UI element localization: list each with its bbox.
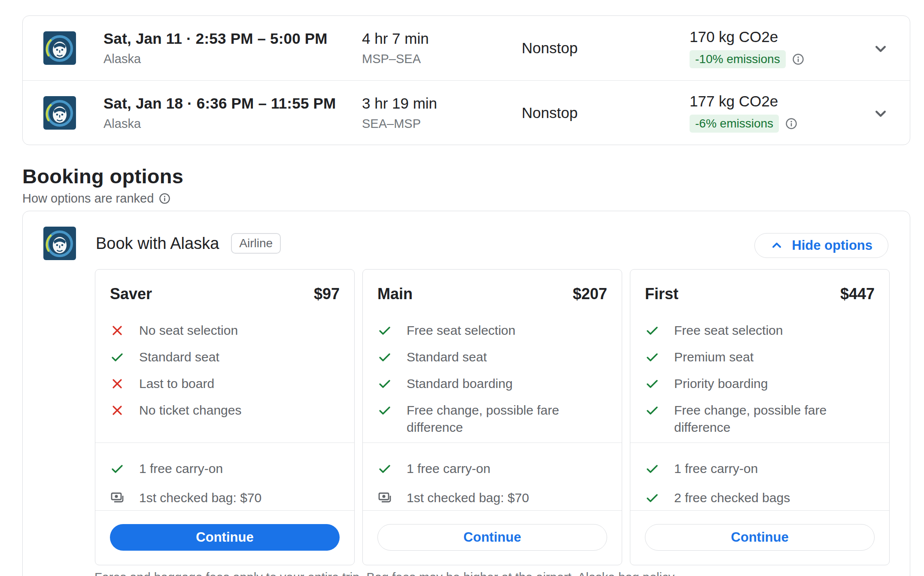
flight-datetime-block: Sat, Jan 11 · 2:53 PM – 5:00 PM Alaska — [103, 16, 328, 80]
check-icon — [645, 376, 660, 391]
divider — [363, 510, 622, 511]
x-icon — [110, 323, 125, 338]
fare-feature: Standard boarding — [377, 375, 610, 392]
flight-airline: Alaska — [103, 52, 328, 66]
baggage-item: 2 free checked bags — [645, 489, 877, 506]
fare-feature: No seat selection — [110, 322, 342, 339]
emissions-badge: -6% emissions — [690, 115, 779, 133]
fare-price: $97 — [314, 285, 340, 303]
alaska-airlines-logo — [43, 96, 76, 130]
fare-feature: Premium seat — [645, 349, 877, 366]
baggage-disclaimer: Fares and baggage fees apply to your ent… — [94, 570, 675, 576]
fare-price: $207 — [573, 285, 607, 303]
flight-emissions-block: 177 kg CO2e -6% emissions — [690, 81, 797, 145]
baggage-label: 1 free carry-on — [139, 460, 223, 477]
check-icon — [377, 350, 392, 364]
fare-options: Saver $97 No seat selection Standard sea… — [95, 269, 890, 565]
hide-options-label: Hide options — [792, 238, 872, 253]
fare-feature: Free seat selection — [645, 322, 877, 339]
flight-duration-block: 4 hr 7 min MSP–SEA — [362, 16, 429, 80]
chevron-down-icon[interactable] — [871, 39, 890, 58]
fare-feature-label: Last to board — [139, 375, 214, 392]
check-icon — [110, 461, 125, 476]
how-options-ranked-link[interactable]: How options are ranked — [22, 191, 170, 206]
baggage-item: 1st checked bag: $70 — [110, 489, 342, 506]
chevron-down-icon[interactable] — [871, 104, 890, 123]
check-icon — [377, 461, 392, 476]
divider — [630, 443, 889, 443]
fare-card-main: Main $207 Free seat selection Standard s… — [362, 269, 622, 565]
fare-feature-label: No ticket changes — [139, 402, 241, 419]
money-icon — [377, 491, 392, 505]
flight-route: MSP–SEA — [362, 52, 429, 66]
fare-feature-label: Priority boarding — [674, 375, 768, 392]
fare-feature: No ticket changes — [110, 402, 342, 419]
emissions-badge: -10% emissions — [690, 50, 786, 68]
divider — [363, 443, 622, 443]
alaska-airlines-logo — [43, 31, 76, 65]
check-icon — [645, 350, 660, 364]
x-icon — [110, 403, 125, 418]
fare-feature-label: Free seat selection — [407, 322, 515, 339]
baggage-label: 1st checked bag: $70 — [407, 489, 529, 506]
divider — [630, 510, 889, 511]
flight-row[interactable]: Sat, Jan 18 · 6:36 PM – 11:55 PM Alaska … — [23, 80, 910, 145]
fare-feature-label: Standard seat — [407, 349, 487, 366]
fare-feature: Priority boarding — [645, 375, 877, 392]
flight-row[interactable]: Sat, Jan 11 · 2:53 PM – 5:00 PM Alaska 4… — [23, 16, 910, 80]
check-icon — [645, 403, 660, 418]
flight-date-time: Sat, Jan 18 · 6:36 PM – 11:55 PM — [103, 95, 336, 112]
how-options-ranked-label: How options are ranked — [22, 191, 154, 206]
flight-emissions: 177 kg CO2e — [690, 93, 797, 110]
divider — [95, 443, 354, 443]
continue-button[interactable]: Continue — [377, 524, 607, 551]
flight-airline: Alaska — [103, 117, 336, 131]
fare-name: First — [645, 285, 678, 303]
check-icon — [645, 491, 660, 505]
fare-feature-label: Standard seat — [139, 349, 219, 366]
flight-duration: 3 hr 19 min — [362, 95, 437, 112]
fare-feature-label: Standard boarding — [407, 375, 513, 392]
flight-datetime-block: Sat, Jan 18 · 6:36 PM – 11:55 PM Alaska — [103, 81, 336, 145]
fare-feature: Free change, possible fare difference — [645, 402, 877, 436]
check-icon — [377, 376, 392, 391]
check-icon — [377, 323, 392, 338]
flight-stops: Nonstop — [522, 104, 578, 121]
flight-stops: Nonstop — [522, 39, 578, 57]
fare-feature: Standard seat — [110, 349, 342, 366]
info-icon[interactable] — [792, 53, 804, 65]
chevron-up-icon — [770, 239, 783, 252]
flight-stops-block: Nonstop — [522, 16, 578, 80]
flight-route: SEA–MSP — [362, 117, 437, 131]
airline-badge: Airline — [231, 233, 281, 254]
fare-feature: Standard seat — [377, 349, 610, 366]
alaska-airlines-logo — [43, 227, 76, 260]
fare-feature-label: Free seat selection — [674, 322, 783, 339]
fare-card-saver: Saver $97 No seat selection Standard sea… — [95, 269, 355, 565]
fare-feature-label: No seat selection — [139, 322, 238, 339]
flight-emissions-block: 170 kg CO2e -10% emissions — [690, 16, 804, 80]
fare-feature: Free seat selection — [377, 322, 610, 339]
continue-button[interactable]: Continue — [645, 524, 875, 551]
flight-emissions: 170 kg CO2e — [690, 28, 804, 45]
baggage-label: 2 free checked bags — [674, 489, 790, 506]
baggage-item: 1 free carry-on — [377, 460, 610, 477]
check-icon — [645, 461, 660, 476]
baggage-label: 1st checked bag: $70 — [139, 489, 261, 506]
fare-name: Main — [377, 285, 413, 303]
fare-feature-label: Free change, possible fare difference — [407, 402, 610, 436]
continue-button[interactable]: Continue — [110, 524, 340, 551]
fare-card-first: First $447 Free seat selection Premium s… — [630, 269, 890, 565]
flight-duration-block: 3 hr 19 min SEA–MSP — [362, 81, 437, 145]
flight-stops-block: Nonstop — [522, 81, 578, 145]
google-flights-booking-page: Sat, Jan 11 · 2:53 PM – 5:00 PM Alaska 4… — [0, 0, 924, 576]
hide-options-button[interactable]: Hide options — [754, 233, 888, 258]
baggage-label: 1 free carry-on — [407, 460, 490, 477]
fare-feature-label: Free change, possible fare difference — [674, 402, 877, 436]
flight-duration: 4 hr 7 min — [362, 30, 429, 47]
fare-feature-label: Premium seat — [674, 349, 754, 366]
page-title: Booking options — [22, 164, 183, 188]
x-icon — [110, 376, 125, 391]
info-icon[interactable] — [785, 118, 797, 130]
fare-price: $447 — [840, 285, 875, 303]
